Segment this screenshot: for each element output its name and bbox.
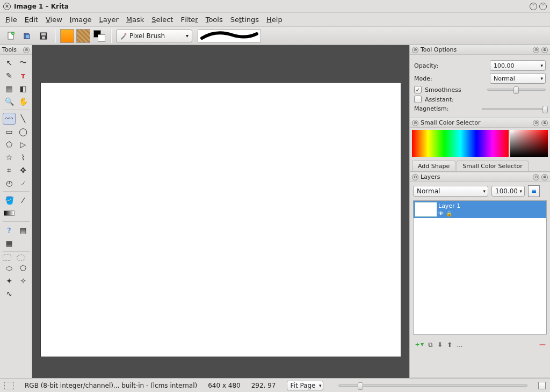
tool-measure[interactable]: ⟋ [17,177,30,189]
mode-select[interactable]: Normal▾ [490,73,546,84]
tool-gradient[interactable] [3,207,16,219]
tool-fill[interactable]: 🪣 [3,194,16,206]
mode-label: Mode: [414,75,490,82]
float-icon[interactable]: ⊙ [533,120,539,126]
smoothness-checkbox[interactable]: ✓ [414,86,422,93]
tool-assistant[interactable]: ? [3,224,16,236]
zoom-select[interactable]: Fit Page▾ [287,381,324,390]
collapse-icon[interactable]: ⊙ [23,47,30,53]
menubar: File Edit View Image Layer Mask Select F… [0,13,550,27]
hue-strip[interactable] [412,130,509,157]
menu-file[interactable]: File [5,16,17,24]
move-layer-up-button[interactable]: ⬆ [447,341,452,349]
tool-gradient-edit[interactable]: ◧ [17,83,30,95]
layer-opacity-input[interactable]: 100.00▾ [491,186,525,197]
pattern-swatch[interactable] [76,29,90,43]
visibility-icon[interactable]: 👁 [438,210,444,216]
tool-select-freehand[interactable]: ⬭ [3,262,16,274]
tool-select-path[interactable]: ∿ [3,288,16,300]
tool-text[interactable]: ᴛ [17,70,30,82]
selection-indicator[interactable] [4,382,14,389]
tool-crop[interactable]: ⌗ [3,164,16,176]
menu-tools[interactable]: Tools [206,16,223,24]
menu-image[interactable]: Image [70,16,92,24]
layer-row[interactable]: Layer 1 👁 🔒 [414,201,546,218]
delete-layer-button[interactable]: — [539,341,546,349]
tool-select-ellipse[interactable] [17,255,25,261]
menu-mask[interactable]: Mask [126,16,144,24]
tool-rectangle[interactable]: ▭ [3,126,16,137]
tool-line[interactable]: ╲ [17,113,30,125]
tool-select-polygon[interactable]: ⬠ [17,262,30,274]
layers-list[interactable]: Layer 1 👁 🔒 [413,200,547,335]
tool-move[interactable]: ✥ [17,164,30,176]
maximize-icon[interactable]: ˄ [539,3,547,10]
duplicate-layer-button[interactable]: ⧉ [428,341,433,349]
close-icon[interactable]: ⊗ [541,120,548,126]
collapse-icon[interactable]: ⊙ [412,120,418,126]
toolbox-panel: Tools ⊙ ↖ 〜 ✎ ᴛ ▦ ◧ 🔍 ✋ 〰 ╲ ▭ ◯ ⬠ ▷ ☆ ⌇ … [0,45,32,378]
tool-star[interactable]: ☆ [3,151,16,163]
tool-pointer[interactable]: ↖ [3,57,16,69]
collapse-icon[interactable]: ⊙ [412,174,418,180]
brush-stroke-preview[interactable] [198,30,261,42]
separator [55,29,56,43]
menu-settings[interactable]: Settings [230,16,259,24]
opacity-input[interactable]: 100.00▾ [490,60,546,71]
fg-bg-color[interactable] [92,29,106,43]
tool-color-picker[interactable]: ⁄ [17,194,30,206]
tool-freehand-brush[interactable]: 〰 [3,113,16,125]
lock-icon[interactable]: 🔒 [446,210,452,216]
open-button[interactable] [20,29,34,43]
tool-ellipse[interactable]: ◯ [17,126,30,137]
color-selector-title: Small Color Selector [421,119,480,126]
menu-select[interactable]: Select [151,16,173,24]
layer-more-button[interactable]: ... [457,341,462,349]
canvas[interactable] [41,83,401,357]
saturation-value-box[interactable] [510,130,548,157]
tool-grid[interactable]: ▦ [3,237,16,249]
move-layer-down-button[interactable]: ⬇ [437,341,443,349]
gradient-swatch[interactable] [60,29,74,43]
close-icon[interactable]: ⊗ [541,47,548,53]
menu-filter[interactable]: Filter [180,16,198,24]
tool-polygon[interactable]: ⬠ [3,139,16,150]
fullscreen-button[interactable] [538,382,546,389]
minimize-icon[interactable]: ˅ [530,3,537,10]
blend-mode-select[interactable]: Normal▾ [413,186,488,197]
tool-perspective-grid[interactable]: ▤ [17,224,30,236]
collapse-icon[interactable]: ⊙ [412,47,418,53]
tab-small-color-selector[interactable]: Small Color Selector [457,161,528,171]
tool-transform[interactable]: ◴ [3,177,16,189]
menu-edit[interactable]: Edit [25,16,38,24]
layer-properties-button[interactable]: ≡ [528,185,540,197]
new-document-button[interactable]: + [4,29,18,43]
tool-select-similar[interactable]: ✧ [17,275,30,287]
float-icon[interactable]: ⊙ [533,47,539,53]
tool-select-contiguous[interactable]: ✦ [3,275,16,287]
add-layer-button[interactable]: ＋▾ [414,340,424,349]
tool-path[interactable]: 〜 [17,57,30,69]
smoothness-slider[interactable] [487,89,546,91]
tool-zoom[interactable]: 🔍 [3,96,16,107]
tool-bezier[interactable]: ⌇ [17,151,30,163]
tab-add-shape[interactable]: Add Shape [412,161,455,171]
toolbar: + Pixel Brush ▾ [0,27,550,45]
tool-pan[interactable]: ✋ [17,96,30,107]
float-icon[interactable]: ⊙ [533,174,539,180]
brush-preset-select[interactable]: Pixel Brush ▾ [116,30,192,42]
magnetism-slider[interactable] [482,108,546,110]
menu-layer[interactable]: Layer [99,16,119,24]
tool-select-rect[interactable] [3,255,11,261]
tool-polyline[interactable]: ▷ [17,139,30,150]
zoom-slider[interactable] [338,384,527,387]
assistant-checkbox[interactable] [414,96,422,103]
statusbar: RGB (8-bit integer/channel)... built-in … [0,378,550,392]
tool-pattern-edit[interactable]: ▦ [3,83,16,95]
menu-view[interactable]: View [46,16,62,24]
close-icon[interactable]: ⊗ [541,174,548,180]
tool-calligraphy[interactable]: ✎ [3,70,16,82]
menu-help[interactable]: Help [266,16,283,24]
save-button[interactable] [37,29,50,43]
close-icon[interactable]: ✕ [3,3,11,10]
